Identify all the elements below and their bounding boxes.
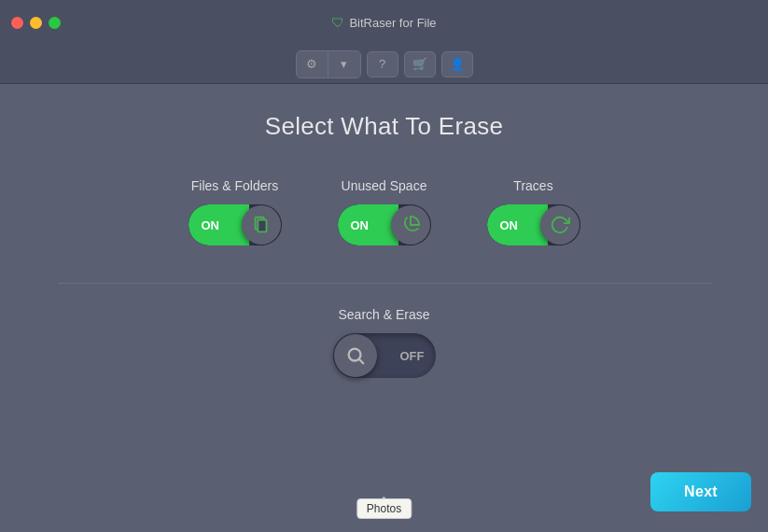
title-bar: 🛡 BitRaser for File bbox=[0, 0, 768, 45]
gear-icon: ⚙ bbox=[306, 57, 317, 71]
files-icon bbox=[251, 215, 272, 235]
options-row: Files & Folders ON Unused Space ON bbox=[189, 178, 580, 245]
settings-button[interactable]: ⚙ bbox=[297, 51, 328, 77]
app-title-text: BitRaser for File bbox=[349, 16, 436, 30]
traces-thumb bbox=[540, 205, 579, 245]
divider bbox=[58, 283, 711, 284]
close-button[interactable] bbox=[11, 17, 23, 29]
pie-chart-icon bbox=[400, 215, 421, 235]
unused-space-thumb bbox=[391, 205, 430, 245]
next-button[interactable]: Next bbox=[650, 472, 751, 511]
minimize-button[interactable] bbox=[30, 17, 42, 29]
unused-space-toggle[interactable]: ON bbox=[338, 204, 431, 245]
help-icon: ? bbox=[379, 57, 385, 71]
traces-label: Traces bbox=[513, 178, 552, 193]
settings-group[interactable]: ⚙ ▾ bbox=[296, 50, 361, 78]
app-icon: 🛡 bbox=[331, 15, 344, 30]
search-erase-toggle[interactable]: OFF bbox=[333, 333, 436, 378]
search-erase-label: Search & Erase bbox=[338, 307, 429, 322]
chevron-down-icon: ▾ bbox=[341, 57, 347, 71]
files-folders-state: ON bbox=[202, 218, 220, 232]
refresh-icon bbox=[550, 215, 570, 235]
files-folders-option: Files & Folders ON bbox=[189, 178, 282, 245]
traces-option: Traces ON bbox=[487, 178, 580, 245]
unused-space-state: ON bbox=[351, 218, 370, 232]
window-controls bbox=[11, 17, 61, 29]
app-title: 🛡 BitRaser for File bbox=[331, 15, 436, 30]
search-erase-state: OFF bbox=[400, 349, 425, 363]
cart-button[interactable]: 🛒 bbox=[404, 51, 436, 77]
unused-space-option: Unused Space ON bbox=[338, 178, 431, 245]
files-folders-thumb bbox=[242, 205, 281, 245]
user-button[interactable]: 👤 bbox=[441, 51, 473, 77]
traces-state: ON bbox=[500, 218, 519, 232]
page-title: Select What To Erase bbox=[265, 112, 504, 141]
files-folders-label: Files & Folders bbox=[191, 178, 278, 193]
svg-rect-1 bbox=[258, 220, 266, 232]
files-folders-toggle[interactable]: ON bbox=[189, 204, 282, 245]
maximize-button[interactable] bbox=[49, 17, 61, 29]
toolbar: ⚙ ▾ ? 🛒 👤 bbox=[0, 45, 768, 84]
unused-space-label: Unused Space bbox=[342, 178, 427, 193]
photos-tooltip: Photos bbox=[356, 498, 412, 519]
search-icon bbox=[345, 345, 366, 366]
search-thumb bbox=[334, 334, 377, 377]
cart-icon: 🛒 bbox=[412, 57, 427, 71]
main-content: Select What To Erase Files & Folders ON … bbox=[0, 84, 768, 397]
search-erase-section: Search & Erase OFF bbox=[333, 307, 436, 378]
traces-toggle[interactable]: ON bbox=[487, 204, 580, 245]
user-icon: 👤 bbox=[450, 57, 465, 71]
svg-line-3 bbox=[359, 359, 363, 363]
settings-dropdown-button[interactable]: ▾ bbox=[328, 51, 360, 77]
help-button[interactable]: ? bbox=[367, 51, 398, 77]
